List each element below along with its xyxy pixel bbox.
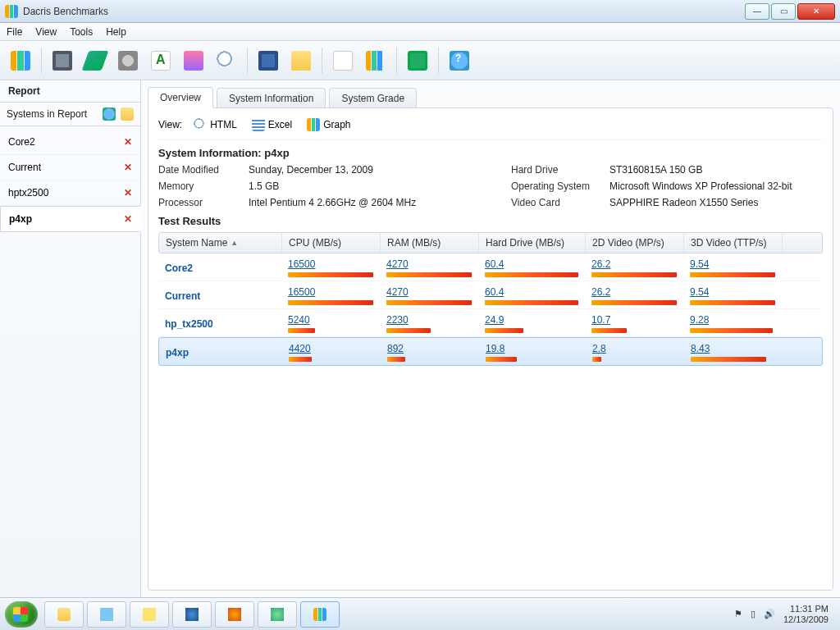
view-html-button[interactable]: HTML [190,116,240,133]
table-row[interactable]: Core216500427060.426.29.54 [158,253,823,281]
cell-value[interactable]: 4270 [386,258,472,270]
menu-view[interactable]: View [35,26,57,38]
toolbar-font[interactable] [145,45,176,76]
separator [438,48,439,74]
separator [247,48,248,74]
table-row[interactable]: p4xp442089219.82.88.43 [158,337,823,366]
cell-value[interactable]: 16500 [288,286,373,298]
toolbar-photo[interactable] [178,45,209,76]
cpu-icon [52,51,72,71]
table-row[interactable]: hp_tx25005240223024.910.79.28 [158,309,823,337]
cell-cpu: 4420 [282,343,381,362]
cell-value[interactable]: 9.54 [690,258,775,270]
system-item-p4xp[interactable]: p4xp ✕ [0,206,141,232]
proc-value: Intel Pentium 4 2.66GHz @ 2604 MHz [249,197,511,208]
tray-time: 11:31 PM [783,604,829,614]
cell-value[interactable]: 26.2 [591,286,677,298]
col-ram[interactable]: RAM (MB/s) [381,233,479,253]
view-graph-button[interactable]: Graph [304,116,354,133]
taskbar-messenger[interactable] [258,601,297,628]
cell-value[interactable]: 4270 [386,286,472,298]
toolbar-ram[interactable] [80,45,111,76]
cell-value[interactable]: 8.43 [691,343,776,354]
bar [386,272,472,277]
tab-system-information[interactable]: System Information [217,88,326,108]
toolbar-monitor[interactable] [402,45,433,76]
col-2d[interactable]: 2D Video (MP/s) [586,233,684,253]
cell-value[interactable]: 26.2 [591,258,677,270]
bar [485,300,578,305]
date-key: Date Modified [158,164,249,176]
cell-cpu: 16500 [281,258,380,277]
cell-spacer [782,258,806,277]
col-hdd[interactable]: Hard Drive (MB/s) [479,233,586,253]
maximize-button[interactable]: ▭ [771,3,796,20]
tab-system-grade[interactable]: System Grade [329,88,417,108]
toolbar-cpu[interactable] [47,45,78,76]
toolbar-sheet[interactable] [327,45,358,76]
world-icon[interactable] [103,107,116,121]
taskbar-app-1[interactable] [87,601,126,628]
toolbar-chart[interactable] [360,45,391,76]
table-row[interactable]: Current16500427060.426.29.54 [158,281,823,309]
date-value: Sunday, December 13, 2009 [249,164,511,176]
menu-help[interactable]: Help [106,26,126,38]
magnify-icon [217,51,236,71]
titlebar: Dacris Benchmarks — ▭ ✕ [0,0,840,23]
cell-cpu: 5240 [281,314,380,333]
remove-icon[interactable]: ✕ [124,136,132,148]
remove-icon[interactable]: ✕ [124,213,132,225]
cell-value[interactable]: 60.4 [485,258,578,270]
cell-v3d: 9.54 [683,258,782,277]
bar [289,357,312,362]
cell-value[interactable]: 9.28 [690,314,775,326]
col-system-name[interactable]: System Name▲ [159,233,282,253]
taskbar-notes[interactable] [130,601,169,628]
proc-key: Processor [158,197,249,208]
taskbar-dacris[interactable] [300,601,340,628]
menu-file[interactable]: File [7,26,22,38]
col-cpu[interactable]: CPU (MB/s) [282,233,381,253]
tray-clock[interactable]: 11:31 PM 12/13/2009 [783,604,829,625]
tray-flag-icon[interactable]: ⚑ [734,609,742,619]
tray-volume-icon[interactable]: 🔊 [764,609,775,619]
cell-value[interactable]: 4420 [289,343,374,354]
vid-key: Video Card [511,197,609,208]
system-item-current[interactable]: Current ✕ [0,155,140,180]
cell-value[interactable]: 5240 [288,314,373,326]
toolbar-save[interactable] [253,45,284,76]
cell-value[interactable]: 2230 [386,314,472,326]
system-item-core2[interactable]: Core2 ✕ [0,130,140,155]
tray-network-icon[interactable]: ▯ [751,609,756,619]
toolbar-benchmark[interactable] [5,45,36,76]
close-button[interactable]: ✕ [797,3,835,20]
toolbar-open[interactable] [285,45,317,76]
view-excel-button[interactable]: Excel [249,116,295,133]
taskbar-firefox[interactable] [215,601,254,628]
remove-icon[interactable]: ✕ [124,187,132,199]
folder-icon [291,51,311,71]
toolbar-hdd[interactable] [112,45,144,76]
menu-tools[interactable]: Tools [70,26,93,38]
toolbar-help[interactable] [444,45,475,76]
cell-value[interactable]: 9.54 [690,286,775,298]
minimize-button[interactable]: — [745,3,769,20]
cell-value[interactable]: 892 [387,343,472,354]
start-button[interactable] [5,601,38,628]
tab-overview[interactable]: Overview [148,87,213,108]
cell-spacer [782,286,806,305]
col-3d[interactable]: 3D Video (TTP/s) [684,233,783,253]
cell-value[interactable]: 10.7 [591,314,677,326]
folder-icon[interactable] [121,107,134,121]
cell-value[interactable]: 2.8 [592,343,678,354]
cell-value[interactable]: 16500 [288,258,373,270]
taskbar: ⚑ ▯ 🔊 11:31 PM 12/13/2009 [0,597,840,630]
system-item-hptx2500[interactable]: hptx2500 ✕ [0,180,140,206]
cell-value[interactable]: 19.8 [486,343,579,354]
remove-icon[interactable]: ✕ [124,162,132,173]
toolbar-zoom[interactable] [211,45,242,76]
cell-value[interactable]: 24.9 [485,314,578,326]
taskbar-explorer[interactable] [44,601,84,628]
cell-value[interactable]: 60.4 [485,286,578,298]
taskbar-thunderbird[interactable] [172,601,212,628]
